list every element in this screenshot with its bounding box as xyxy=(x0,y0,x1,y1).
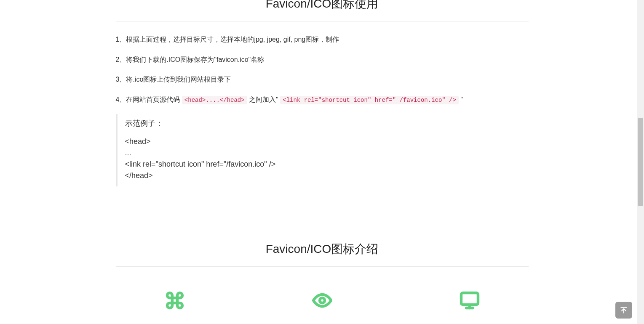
step-4-mid: 之间加入" xyxy=(247,96,281,103)
divider xyxy=(116,21,529,21)
scroll-to-top-button[interactable] xyxy=(615,302,632,319)
section-title-usage: Favicon/ICO图标使用 xyxy=(116,0,529,12)
step-1: 1、根据上面过程，选择目标尺寸，选择本地的jpg, jpeg, gif, png… xyxy=(116,34,529,45)
example-label: 示范例子： xyxy=(125,118,521,128)
divider xyxy=(116,266,529,267)
svg-point-0 xyxy=(320,298,325,303)
scrollbar-thumb[interactable] xyxy=(638,118,643,206)
example-code: <head> ... <link rel="shortcut icon" hre… xyxy=(125,136,521,181)
step-3: 3、将.ico图标上传到我们网站根目录下 xyxy=(116,74,529,85)
step-4: 4、在网站首页源代码 <head>....</head> 之间加入" <link… xyxy=(116,94,529,105)
step-list: 1、根据上面过程，选择目标尺寸，选择本地的jpg, jpeg, gif, png… xyxy=(116,34,529,105)
section-title-intro: Favicon/ICO图标介绍 xyxy=(116,241,529,257)
example-box: 示范例子： <head> ... <link rel="shortcut ico… xyxy=(116,114,529,186)
step-2: 2、将我们下载的.ICO图标保存为"favicon.ico"名称 xyxy=(116,54,529,65)
step-4-code-head: <head>....</head> xyxy=(182,96,247,104)
monitor-icon xyxy=(457,288,482,313)
eye-icon xyxy=(310,288,335,313)
step-4-suffix: " xyxy=(459,96,463,103)
step-4-code-link: <link rel="shortcut icon" href=" /favico… xyxy=(280,96,459,104)
svg-rect-1 xyxy=(461,293,478,305)
feature-icon-row xyxy=(116,288,529,313)
command-icon xyxy=(162,288,187,313)
arrow-up-icon xyxy=(620,306,628,314)
step-4-prefix: 4、在网站首页源代码 xyxy=(116,96,182,103)
vertical-scrollbar[interactable] xyxy=(637,0,644,324)
